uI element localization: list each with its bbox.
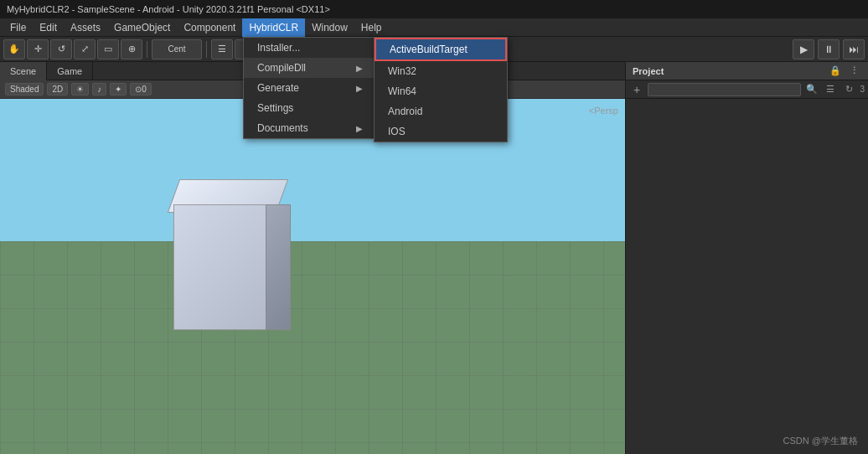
tool-snap[interactable]: Cent	[152, 39, 202, 59]
panel-dots-icon[interactable]: ⋮	[846, 64, 861, 79]
tool-transform[interactable]: ⊕	[121, 39, 142, 59]
audio-btn[interactable]: ♪	[92, 83, 106, 95]
menu-hybridclr[interactable]: HybridCLR	[242, 18, 305, 37]
tool-move[interactable]: ✛	[27, 39, 49, 59]
menu-settings[interactable]: Settings	[244, 98, 376, 118]
scene-canvas: <Persp	[0, 99, 625, 454]
title-text: MyHybridCLR2 - SampleScene - Android - U…	[7, 4, 330, 14]
tool-rotate[interactable]: ↺	[50, 39, 72, 59]
menu-generate[interactable]: Generate ▶	[244, 78, 376, 98]
title-bar: MyHybridCLR2 - SampleScene - Android - U…	[0, 0, 868, 18]
tool-layers[interactable]: ☰	[211, 39, 233, 59]
shading-dropdown[interactable]: Shaded	[5, 83, 44, 95]
persp-label: <Persp	[589, 106, 618, 116]
tool-scale[interactable]: ⤢	[74, 39, 96, 59]
playbar: ▶ ⏸ ⏭	[793, 39, 865, 59]
project-header: Project 🔒 ⋮	[626, 62, 868, 80]
menu-android[interactable]: Android	[375, 101, 507, 121]
csdn-watermark: CSDN @学生董格	[783, 435, 858, 447]
pause-button[interactable]: ⏸	[818, 39, 840, 59]
scene-cube	[157, 179, 291, 330]
lighting-btn[interactable]: ☀	[71, 83, 89, 95]
hybridclr-dropdown: Installer... CompileDll ▶ Generate ▶ Set…	[243, 37, 377, 139]
menu-win32[interactable]: Win32	[375, 61, 507, 81]
menu-compiledll[interactable]: CompileDll ▶	[244, 58, 376, 78]
menu-assets[interactable]: Assets	[64, 18, 107, 37]
add-button[interactable]: +	[629, 82, 644, 97]
tab-scene[interactable]: Scene	[0, 62, 47, 80]
filter-icon[interactable]: ☰	[823, 82, 838, 97]
tool-hand[interactable]: ✋	[3, 39, 25, 59]
count-badge: 3	[860, 85, 865, 94]
menu-ios[interactable]: IOS	[375, 121, 507, 142]
panel-lock-icon[interactable]: 🔒	[828, 64, 843, 79]
play-button[interactable]: ▶	[793, 39, 814, 59]
tab-game[interactable]: Game	[47, 62, 93, 80]
menu-documents[interactable]: Documents ▶	[244, 118, 376, 138]
menu-gameobject[interactable]: GameObject	[107, 18, 177, 37]
step-button[interactable]: ⏭	[843, 39, 865, 59]
menu-bar: File Edit Assets GameObject Component Hy…	[0, 18, 868, 37]
project-title: Project	[633, 66, 664, 76]
menu-file[interactable]: File	[3, 18, 33, 37]
compiledll-arrow: ▶	[356, 64, 363, 73]
cube-right	[266, 204, 291, 330]
2d-toggle[interactable]: 2D	[47, 83, 68, 95]
toolbar-sep-1	[147, 41, 147, 58]
menu-edit[interactable]: Edit	[33, 18, 64, 37]
search-icon[interactable]: 🔍	[804, 82, 819, 97]
search-input[interactable]	[648, 83, 801, 96]
menu-win64[interactable]: Win64	[375, 81, 507, 101]
menu-help[interactable]: Help	[354, 18, 389, 37]
compiledll-dropdown: ActiveBuildTarget Win32 Win64 Android IO…	[374, 37, 508, 142]
menu-installer[interactable]: Installer...	[244, 38, 376, 58]
menu-activebuildtarget[interactable]: ActiveBuildTarget	[375, 38, 507, 61]
project-panel: Project 🔒 ⋮ + 🔍 ☰ ↻ 3	[625, 62, 868, 454]
toolbar-sep-2	[206, 41, 207, 58]
project-toolbar: + 🔍 ☰ ↻ 3	[626, 80, 868, 99]
effects-btn[interactable]: ✦	[110, 83, 127, 95]
menu-component[interactable]: Component	[177, 18, 242, 37]
gizmos-btn[interactable]: ⊙0	[130, 83, 152, 95]
tool-rect[interactable]: ▭	[97, 39, 119, 59]
documents-arrow: ▶	[356, 124, 363, 133]
project-tree	[626, 99, 868, 454]
refresh-icon[interactable]: ↻	[841, 82, 856, 97]
generate-arrow: ▶	[356, 84, 363, 93]
menu-window[interactable]: Window	[305, 18, 354, 37]
